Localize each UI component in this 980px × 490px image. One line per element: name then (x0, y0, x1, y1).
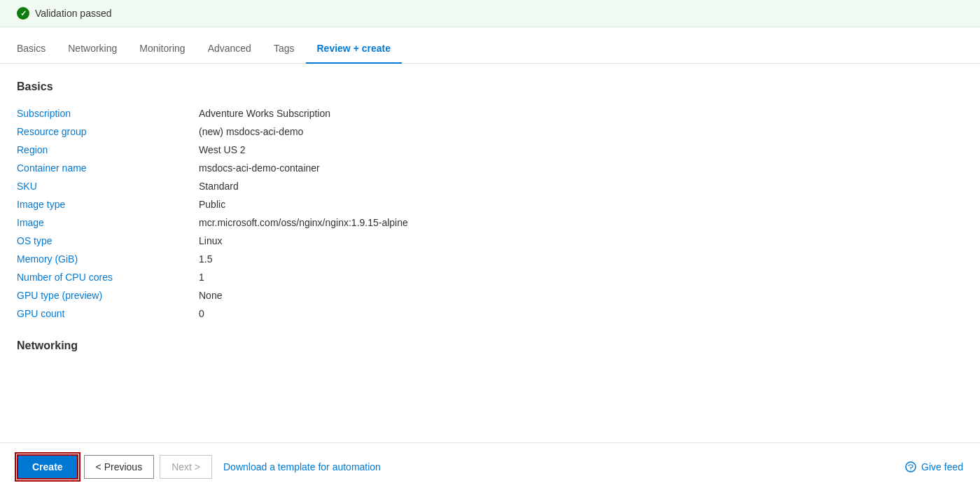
table-row: Resource group (new) msdocs-aci-demo (17, 122, 963, 141)
table-row: OS type Linux (17, 232, 963, 250)
tab-networking[interactable]: Networking (57, 34, 128, 64)
row-label: OS type (17, 232, 199, 250)
table-row: GPU type (preview) None (17, 286, 963, 304)
give-feedback-button[interactable]: Give feed (904, 461, 963, 473)
main-content: Basics Subscription Adventure Works Subs… (0, 64, 980, 440)
row-value: Public (199, 195, 963, 214)
table-row: Region West US 2 (17, 141, 963, 159)
row-value: Standard (199, 177, 963, 195)
table-row: Subscription Adventure Works Subscriptio… (17, 104, 963, 122)
feedback-icon (904, 461, 917, 473)
create-button[interactable]: Create (17, 454, 78, 479)
row-value: 1.5 (199, 250, 963, 268)
table-row: GPU count 0 (17, 304, 963, 323)
svg-point-1 (910, 469, 911, 470)
download-template-link[interactable]: Download a template for automation (223, 461, 381, 472)
table-row: Image mcr.microsoft.com/oss/nginx/nginx:… (17, 214, 963, 232)
tab-advanced[interactable]: Advanced (197, 34, 262, 64)
row-value: 0 (199, 304, 963, 323)
table-row: Memory (GiB) 1.5 (17, 250, 963, 268)
row-label: Subscription (17, 104, 199, 122)
row-value: None (199, 286, 963, 304)
row-label: Resource group (17, 122, 199, 141)
basics-section: Basics Subscription Adventure Works Subs… (17, 80, 963, 323)
tab-review-create[interactable]: Review + create (306, 34, 402, 64)
row-value: Linux (199, 232, 963, 250)
feedback-label: Give feed (921, 461, 963, 472)
table-row: Container name msdocs-aci-demo-container (17, 159, 963, 177)
basics-table: Subscription Adventure Works Subscriptio… (17, 104, 963, 323)
row-label: GPU count (17, 304, 199, 323)
row-value: Adventure Works Subscription (199, 104, 963, 122)
basics-heading: Basics (17, 80, 963, 93)
previous-button[interactable]: < Previous (84, 455, 155, 479)
row-label: Region (17, 141, 199, 159)
row-value: mcr.microsoft.com/oss/nginx/nginx:1.9.15… (199, 214, 963, 232)
footer: Create < Previous Next > Download a temp… (0, 442, 980, 490)
row-label: GPU type (preview) (17, 286, 199, 304)
row-label: SKU (17, 177, 199, 195)
row-label: Container name (17, 159, 199, 177)
row-label: Number of CPU cores (17, 268, 199, 286)
tab-navigation: Basics Networking Monitoring Advanced Ta… (0, 27, 980, 64)
table-row: Number of CPU cores 1 (17, 268, 963, 286)
row-label: Memory (GiB) (17, 250, 199, 268)
tab-tags[interactable]: Tags (262, 34, 306, 64)
networking-section: Networking (17, 340, 963, 352)
networking-heading: Networking (17, 340, 963, 352)
row-value: (new) msdocs-aci-demo (199, 122, 963, 141)
validation-banner: Validation passed (0, 0, 980, 27)
row-label: Image (17, 214, 199, 232)
next-button: Next > (160, 455, 212, 479)
row-label: Image type (17, 195, 199, 214)
validation-check-icon (17, 7, 29, 20)
validation-text: Validation passed (35, 8, 111, 19)
table-row: SKU Standard (17, 177, 963, 195)
row-value: West US 2 (199, 141, 963, 159)
table-row: Image type Public (17, 195, 963, 214)
tab-basics[interactable]: Basics (17, 34, 57, 64)
row-value: msdocs-aci-demo-container (199, 159, 963, 177)
row-value: 1 (199, 268, 963, 286)
tab-monitoring[interactable]: Monitoring (128, 34, 196, 64)
